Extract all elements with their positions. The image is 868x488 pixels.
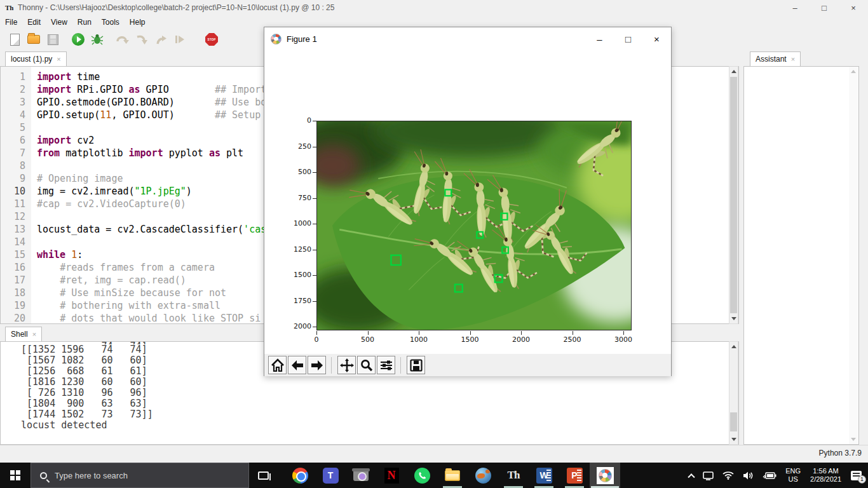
assistant-scrollbar[interactable]	[849, 67, 858, 444]
taskbar-tor-browser[interactable]	[468, 463, 498, 488]
resume-button[interactable]	[172, 31, 188, 48]
taskbar-thonny[interactable]: Th	[498, 463, 529, 488]
shell-line: [1816 1230 60 60]	[21, 377, 153, 388]
figure-maximize-button[interactable]: □	[614, 27, 642, 50]
figure-close-button[interactable]: ×	[642, 27, 671, 50]
python-version-label: Python 3.7.9	[819, 449, 862, 458]
run-script-button[interactable]	[70, 31, 86, 48]
taskbar-netflix[interactable]: N	[376, 463, 407, 488]
scroll-up-icon[interactable]	[731, 70, 736, 73]
assistant-tab-close-icon[interactable]: ×	[791, 55, 795, 63]
code-line: 5	[1, 121, 272, 134]
matplotlib-figure-window[interactable]: Figure 1 – □ ×	[264, 27, 672, 376]
x-tick-label: 1000	[405, 336, 433, 344]
menu-tools[interactable]: Tools	[97, 17, 125, 28]
save-figure-button[interactable]	[407, 356, 425, 374]
menu-view[interactable]: View	[46, 17, 72, 28]
code-area: 1import time2import RPi.GPIO as GPIO ## …	[1, 71, 272, 324]
tray-volume-icon[interactable]	[743, 471, 754, 480]
y-tick-mark	[313, 147, 316, 147]
tab-locust-py[interactable]: locust (1).py ×	[5, 51, 67, 66]
code-line: 8	[1, 159, 272, 172]
pan-button[interactable]	[337, 356, 356, 374]
taskbar-whatsapp[interactable]	[407, 463, 437, 488]
thonny-app-icon: Th	[5, 3, 14, 12]
save-file-button[interactable]	[44, 31, 61, 48]
shell-line: [1567 1082 60 60]	[21, 355, 153, 366]
taskbar-camera[interactable]	[346, 463, 376, 488]
step-into-button[interactable]	[133, 31, 150, 48]
step-over-button[interactable]	[114, 31, 131, 48]
code-text: import RPi.GPIO as GPIO ## Import	[31, 83, 266, 96]
shell-line: [[1352 1596 74 74]	[21, 344, 153, 355]
shell-line: [1256 668 61 61]	[21, 366, 153, 377]
shell-scrollbar[interactable]	[729, 341, 738, 445]
subplots-config-button[interactable]	[377, 356, 395, 374]
shell-scrollbar-thumb[interactable]	[730, 412, 737, 431]
shell-tab-close-icon[interactable]: ×	[32, 330, 36, 338]
debug-script-button[interactable]	[89, 31, 105, 48]
code-text: # bothering with extra-small	[31, 299, 220, 312]
scroll-down-icon[interactable]	[731, 317, 736, 320]
scroll-down-icon[interactable]	[731, 438, 736, 441]
tab-close-icon[interactable]: ×	[57, 55, 60, 63]
new-file-button[interactable]	[6, 31, 23, 48]
taskbar-word[interactable]: W	[529, 463, 559, 488]
figure-minimize-button[interactable]: –	[585, 27, 614, 50]
zoom-button[interactable]	[357, 356, 376, 374]
taskbar-search[interactable]: Type here to search	[31, 463, 249, 488]
step-out-button[interactable]	[153, 31, 169, 48]
menu-edit[interactable]: Edit	[22, 17, 46, 28]
task-view-button[interactable]	[249, 463, 277, 488]
code-text: locust_data = cv2.CascadeClassifier('cas	[31, 223, 266, 236]
action-center-button[interactable]: 1	[851, 471, 862, 480]
shell-line: [1804 900 63 63]	[21, 398, 153, 409]
code-line: 7from matplotlib import pyplot as plt	[1, 147, 272, 159]
open-file-button[interactable]	[25, 31, 42, 48]
y-tick-mark	[313, 224, 316, 224]
maximize-button[interactable]: □	[810, 0, 839, 15]
editor-scrollbar-thumb[interactable]	[730, 77, 737, 313]
back-button[interactable]	[288, 356, 306, 374]
taskbar-chrome[interactable]	[285, 463, 315, 488]
menu-help[interactable]: Help	[125, 17, 151, 28]
line-number: 20	[1, 312, 31, 324]
line-number: 14	[1, 236, 31, 248]
tab-assistant[interactable]: Assistant ×	[750, 51, 801, 66]
taskbar-teams[interactable]: T	[315, 463, 346, 488]
tray-connect-icon[interactable]	[703, 471, 714, 480]
taskbar-matplotlib-figure[interactable]	[590, 463, 620, 488]
taskbar-file-explorer[interactable]	[437, 463, 468, 488]
forward-arrow-icon	[310, 358, 324, 372]
close-button[interactable]: ×	[839, 0, 868, 15]
tray-language-switcher[interactable]: ENG US	[785, 467, 801, 484]
figure-title-bar[interactable]: Figure 1 – □ ×	[264, 27, 671, 50]
y-tick-mark	[313, 301, 316, 302]
figure-toolbar	[264, 354, 671, 376]
y-tick-mark	[313, 275, 316, 276]
forward-button[interactable]	[308, 356, 326, 374]
taskbar-powerpoint[interactable]: P	[559, 463, 590, 488]
x-tick-label: 2500	[559, 336, 587, 344]
scroll-up-icon[interactable]	[731, 345, 736, 348]
line-number: 7	[1, 147, 31, 159]
minimize-button[interactable]: –	[780, 0, 810, 15]
tab-shell[interactable]: Shell ×	[5, 327, 42, 341]
tray-chevron-up-icon[interactable]	[689, 473, 694, 478]
menu-run[interactable]: Run	[72, 17, 97, 28]
status-bar: Python 3.7.9	[0, 445, 868, 461]
tray-clock[interactable]: 1:56 AM 2/28/2021	[810, 467, 841, 484]
y-tick-label: 0	[286, 116, 311, 125]
line-number: 6	[1, 134, 31, 147]
stop-restart-button[interactable]: STOP	[203, 31, 220, 48]
code-text: img = cv2.imread("1P.jpEg")	[31, 185, 192, 198]
menu-file[interactable]: File	[0, 17, 22, 28]
tray-battery-icon[interactable]	[763, 471, 776, 480]
editor-scrollbar[interactable]	[729, 66, 738, 324]
code-text	[31, 210, 37, 223]
start-button[interactable]	[0, 463, 31, 488]
code-line: 16 #reads frames from a camera	[1, 261, 272, 274]
tray-wifi-icon[interactable]	[722, 471, 734, 480]
code-text: #ret, img = cap.read()	[31, 274, 186, 287]
home-button[interactable]	[268, 356, 287, 374]
